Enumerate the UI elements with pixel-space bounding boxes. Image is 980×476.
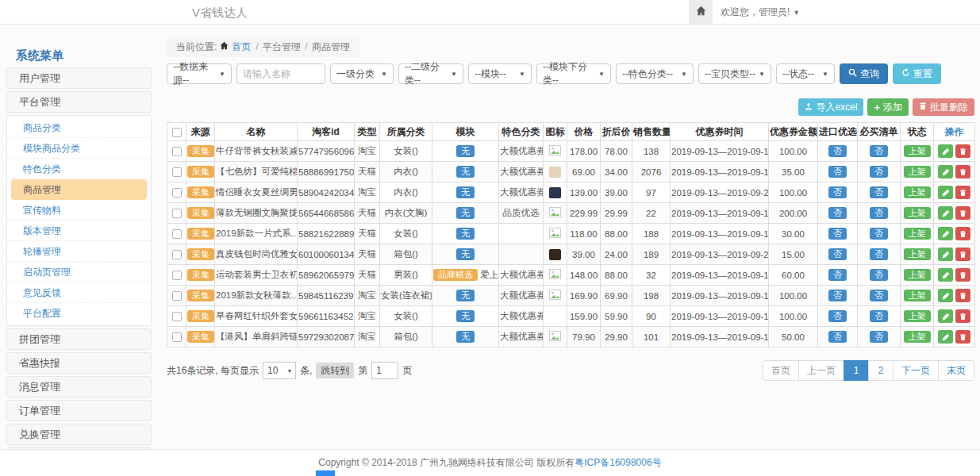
sidebar-sub-item[interactable]: 模块商品分类 bbox=[7, 138, 151, 159]
filter-select-8[interactable]: --宝贝类型--▼ bbox=[698, 63, 771, 84]
edit-button[interactable] bbox=[938, 227, 953, 240]
sidebar-sub-item[interactable]: 轮播管理 bbox=[7, 241, 151, 262]
filter-select-9[interactable]: --状态--▼ bbox=[776, 63, 835, 84]
must-buy-toggle-badge[interactable]: 否 bbox=[870, 290, 888, 301]
sidebar-group-item[interactable]: 消息管理 bbox=[6, 376, 152, 397]
status-badge[interactable]: 上架 bbox=[904, 166, 931, 178]
status-badge[interactable]: 上架 bbox=[904, 269, 931, 281]
row-checkbox[interactable] bbox=[172, 188, 182, 198]
jump-to-button[interactable]: 跳转到 bbox=[316, 363, 354, 378]
reset-button[interactable]: 重置 bbox=[893, 63, 941, 84]
imported-toggle-badge[interactable]: 否 bbox=[828, 145, 847, 157]
edit-button[interactable] bbox=[938, 268, 953, 282]
must-buy-toggle-badge[interactable]: 否 bbox=[870, 186, 888, 198]
delete-button[interactable] bbox=[955, 227, 970, 240]
sidebar-sub-item[interactable]: 意见反馈 bbox=[7, 282, 151, 303]
edit-button[interactable] bbox=[938, 206, 953, 220]
delete-button[interactable] bbox=[955, 330, 970, 344]
row-checkbox[interactable] bbox=[172, 250, 182, 259]
status-badge[interactable]: 上架 bbox=[904, 186, 931, 198]
imported-toggle-badge[interactable]: 否 bbox=[828, 310, 847, 322]
sidebar-group-item[interactable]: 订单管理 bbox=[6, 400, 152, 421]
sidebar-sub-item[interactable]: 启动页管理 bbox=[7, 262, 151, 282]
filter-select-7[interactable]: --特色分类--▼ bbox=[616, 63, 694, 84]
edit-button[interactable] bbox=[938, 330, 953, 344]
edit-button[interactable] bbox=[938, 309, 953, 323]
imported-toggle-badge[interactable]: 否 bbox=[828, 269, 847, 281]
filter-select-4[interactable]: --二级分类--▼ bbox=[398, 63, 463, 84]
imported-toggle-badge[interactable]: 否 bbox=[828, 290, 847, 301]
user-menu[interactable]: 欢迎您，管理员!▼ bbox=[721, 0, 800, 25]
page-number-input[interactable] bbox=[371, 362, 398, 379]
delete-button[interactable] bbox=[955, 144, 970, 158]
imported-toggle-badge[interactable]: 否 bbox=[828, 207, 847, 219]
pager-button[interactable]: 2 bbox=[868, 360, 894, 381]
row-checkbox[interactable] bbox=[172, 332, 182, 342]
imported-toggle-badge[interactable]: 否 bbox=[828, 248, 847, 260]
imported-toggle-badge[interactable]: 否 bbox=[828, 166, 847, 178]
pager-button[interactable]: 末页 bbox=[938, 360, 974, 381]
status-badge[interactable]: 上架 bbox=[904, 207, 931, 219]
import-excel-button[interactable]: 导入excel bbox=[798, 98, 863, 116]
pager-button[interactable]: 上一页 bbox=[798, 360, 844, 381]
sidebar-group-item[interactable]: 平台管理 bbox=[6, 91, 152, 113]
product-name-input[interactable] bbox=[236, 63, 325, 84]
sidebar-sub-item[interactable]: 商品管理 bbox=[11, 179, 147, 200]
edit-button[interactable] bbox=[938, 186, 953, 199]
must-buy-toggle-badge[interactable]: 否 bbox=[870, 310, 888, 322]
row-checkbox[interactable] bbox=[172, 312, 182, 321]
sidebar-sub-item[interactable]: 平台配置 bbox=[7, 303, 151, 324]
sidebar-sub-item[interactable]: 宣传物料 bbox=[7, 200, 151, 221]
sidebar-group-item[interactable]: 兑换管理 bbox=[6, 424, 152, 445]
imported-toggle-badge[interactable]: 否 bbox=[828, 331, 847, 343]
batch-delete-button[interactable]: 批量删除 bbox=[913, 98, 974, 116]
must-buy-toggle-badge[interactable]: 否 bbox=[870, 331, 888, 343]
search-button[interactable]: 查询 bbox=[840, 63, 888, 84]
delete-button[interactable] bbox=[955, 289, 970, 302]
filter-select-5[interactable]: --模块--▼ bbox=[468, 63, 532, 84]
select-all-checkbox[interactable] bbox=[172, 128, 182, 137]
sidebar-sub-item[interactable]: 商品分类 bbox=[7, 117, 151, 138]
must-buy-toggle-badge[interactable]: 否 bbox=[870, 248, 888, 260]
sidebar-sub-item[interactable]: 版本管理 bbox=[7, 221, 151, 241]
status-badge[interactable]: 上架 bbox=[904, 310, 931, 322]
row-checkbox[interactable] bbox=[172, 147, 182, 156]
home-button[interactable] bbox=[689, 0, 713, 24]
edit-button[interactable] bbox=[938, 144, 953, 158]
must-buy-toggle-badge[interactable]: 否 bbox=[870, 228, 888, 240]
pager-button[interactable]: 1 bbox=[844, 360, 869, 381]
delete-button[interactable] bbox=[955, 309, 970, 323]
must-buy-toggle-badge[interactable]: 否 bbox=[870, 207, 888, 219]
per-page-select[interactable]: 10 ▾ bbox=[263, 362, 296, 379]
row-checkbox[interactable] bbox=[172, 291, 182, 301]
status-badge[interactable]: 上架 bbox=[904, 331, 931, 343]
edit-button[interactable] bbox=[938, 248, 953, 261]
status-badge[interactable]: 上架 bbox=[904, 290, 931, 301]
add-button[interactable]: + 添加 bbox=[867, 98, 909, 116]
imported-toggle-badge[interactable]: 否 bbox=[828, 186, 847, 198]
sidebar-group-item[interactable]: 省惠快报 bbox=[6, 352, 152, 374]
breadcrumb-item[interactable]: 平台管理 bbox=[263, 41, 301, 52]
sidebar-group-item[interactable]: 拼团管理 bbox=[6, 328, 152, 350]
delete-button[interactable] bbox=[955, 186, 970, 199]
row-checkbox[interactable] bbox=[172, 271, 182, 280]
row-checkbox[interactable] bbox=[172, 209, 182, 218]
delete-button[interactable] bbox=[955, 268, 970, 282]
filter-select-1[interactable]: --数据来源--▼ bbox=[167, 63, 232, 84]
icp-link[interactable]: 粤ICP备16098006号 bbox=[575, 457, 661, 468]
pager-button[interactable]: 下一页 bbox=[893, 360, 939, 381]
row-checkbox[interactable] bbox=[172, 167, 182, 177]
delete-button[interactable] bbox=[955, 206, 970, 220]
row-checkbox[interactable] bbox=[172, 229, 182, 239]
must-buy-toggle-badge[interactable]: 否 bbox=[870, 145, 888, 157]
status-badge[interactable]: 上架 bbox=[904, 228, 931, 240]
status-badge[interactable]: 上架 bbox=[904, 248, 931, 260]
pager-button[interactable]: 首页 bbox=[763, 360, 799, 381]
filter-select-6[interactable]: --模块下分类--▼ bbox=[536, 63, 611, 84]
edit-button[interactable] bbox=[938, 165, 953, 178]
must-buy-toggle-badge[interactable]: 否 bbox=[870, 166, 888, 178]
must-buy-toggle-badge[interactable]: 否 bbox=[870, 269, 888, 281]
delete-button[interactable] bbox=[955, 165, 970, 178]
breadcrumb-home-link[interactable]: 首页 bbox=[232, 40, 251, 54]
sidebar-group-item[interactable]: 用户管理 bbox=[6, 67, 152, 89]
